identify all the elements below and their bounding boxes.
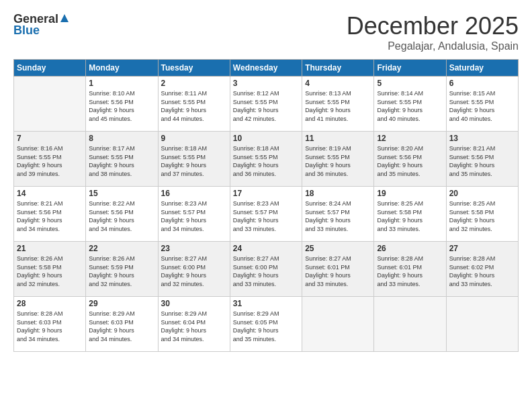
day-info: Sunrise: 8:29 AMSunset: 6:04 PMDaylight:…: [161, 310, 227, 343]
page: General Blue December 2025 Pegalajar, An…: [0, 0, 532, 411]
day-number: 10: [233, 134, 299, 143]
table-row: [446, 297, 518, 352]
table-row: 7Sunrise: 8:16 AMSunset: 5:55 PMDaylight…: [14, 132, 86, 187]
day-info: Sunrise: 8:27 AMSunset: 6:00 PMDaylight:…: [161, 255, 227, 288]
day-number: 26: [377, 244, 443, 253]
day-info: Sunrise: 8:21 AMSunset: 5:56 PMDaylight:…: [449, 144, 515, 178]
day-info: Sunrise: 8:16 AMSunset: 5:55 PMDaylight:…: [17, 144, 83, 178]
day-number: 31: [233, 299, 299, 308]
table-row: 8Sunrise: 8:17 AMSunset: 5:55 PMDaylight…: [86, 132, 158, 187]
day-info: Sunrise: 8:26 AMSunset: 5:58 PMDaylight:…: [17, 255, 83, 288]
day-info: Sunrise: 8:29 AMSunset: 6:03 PMDaylight:…: [89, 310, 154, 343]
table-row: 12Sunrise: 8:20 AMSunset: 5:56 PMDayligh…: [374, 132, 446, 187]
day-number: 2: [161, 79, 227, 88]
day-info: Sunrise: 8:27 AMSunset: 6:00 PMDaylight:…: [233, 255, 299, 288]
day-number: 20: [449, 189, 515, 198]
table-row: 14Sunrise: 8:21 AMSunset: 5:56 PMDayligh…: [14, 187, 86, 242]
table-row: 15Sunrise: 8:22 AMSunset: 5:56 PMDayligh…: [86, 187, 158, 242]
table-row: 5Sunrise: 8:14 AMSunset: 5:55 PMDaylight…: [374, 77, 446, 132]
day-info: Sunrise: 8:24 AMSunset: 5:57 PMDaylight:…: [305, 199, 371, 233]
col-friday: Friday: [374, 60, 446, 77]
day-info: Sunrise: 8:17 AMSunset: 5:55 PMDaylight:…: [89, 144, 154, 178]
table-row: 10Sunrise: 8:18 AMSunset: 5:55 PMDayligh…: [230, 132, 302, 187]
day-number: 15: [89, 189, 154, 198]
day-info: Sunrise: 8:20 AMSunset: 5:56 PMDaylight:…: [377, 144, 443, 178]
day-info: Sunrise: 8:28 AMSunset: 6:03 PMDaylight:…: [17, 310, 83, 343]
day-number: 16: [161, 189, 227, 198]
day-info: Sunrise: 8:11 AMSunset: 5:55 PMDaylight:…: [161, 89, 227, 123]
col-saturday: Saturday: [446, 60, 518, 77]
day-info: Sunrise: 8:23 AMSunset: 5:57 PMDaylight:…: [233, 199, 299, 233]
table-row: 4Sunrise: 8:13 AMSunset: 5:55 PMDaylight…: [302, 77, 374, 132]
day-info: Sunrise: 8:23 AMSunset: 5:57 PMDaylight:…: [161, 199, 227, 233]
day-info: Sunrise: 8:25 AMSunset: 5:58 PMDaylight:…: [377, 199, 443, 233]
day-info: Sunrise: 8:22 AMSunset: 5:56 PMDaylight:…: [89, 199, 154, 233]
table-row: 3Sunrise: 8:12 AMSunset: 5:55 PMDaylight…: [230, 77, 302, 132]
day-info: Sunrise: 8:29 AMSunset: 6:05 PMDaylight:…: [233, 310, 299, 343]
day-number: 27: [449, 244, 515, 253]
location-subtitle: Pegalajar, Andalusia, Spain: [347, 40, 519, 52]
day-number: 30: [161, 299, 227, 308]
col-wednesday: Wednesday: [230, 60, 302, 77]
table-row: 25Sunrise: 8:27 AMSunset: 6:01 PMDayligh…: [302, 242, 374, 297]
table-row: 31Sunrise: 8:29 AMSunset: 6:05 PMDayligh…: [230, 297, 302, 352]
col-monday: Monday: [86, 60, 158, 77]
day-number: 24: [233, 244, 299, 253]
day-info: Sunrise: 8:21 AMSunset: 5:56 PMDaylight:…: [17, 199, 83, 233]
day-number: 28: [17, 299, 83, 308]
table-row: 30Sunrise: 8:29 AMSunset: 6:04 PMDayligh…: [158, 297, 230, 352]
month-year-title: December 2025: [347, 12, 519, 40]
table-row: 24Sunrise: 8:27 AMSunset: 6:00 PMDayligh…: [230, 242, 302, 297]
day-info: Sunrise: 8:19 AMSunset: 5:55 PMDaylight:…: [305, 144, 371, 178]
day-info: Sunrise: 8:13 AMSunset: 5:55 PMDaylight:…: [305, 89, 371, 123]
day-number: 4: [305, 79, 371, 88]
col-tuesday: Tuesday: [158, 60, 230, 77]
day-number: 19: [377, 189, 443, 198]
col-sunday: Sunday: [14, 60, 86, 77]
table-row: 18Sunrise: 8:24 AMSunset: 5:57 PMDayligh…: [302, 187, 374, 242]
day-info: Sunrise: 8:25 AMSunset: 5:58 PMDaylight:…: [449, 199, 515, 233]
table-row: 11Sunrise: 8:19 AMSunset: 5:55 PMDayligh…: [302, 132, 374, 187]
calendar-header-row: Sunday Monday Tuesday Wednesday Thursday…: [14, 60, 519, 77]
day-number: 23: [161, 244, 227, 253]
title-block: December 2025 Pegalajar, Andalusia, Spai…: [347, 12, 519, 52]
day-info: Sunrise: 8:14 AMSunset: 5:55 PMDaylight:…: [377, 89, 443, 123]
table-row: 19Sunrise: 8:25 AMSunset: 5:58 PMDayligh…: [374, 187, 446, 242]
day-number: 17: [233, 189, 299, 198]
table-row: [14, 77, 86, 132]
calendar-week-row: 28Sunrise: 8:28 AMSunset: 6:03 PMDayligh…: [14, 297, 519, 352]
day-number: 8: [89, 134, 154, 143]
day-number: 9: [161, 134, 227, 143]
table-row: 13Sunrise: 8:21 AMSunset: 5:56 PMDayligh…: [446, 132, 518, 187]
day-number: 22: [89, 244, 154, 253]
table-row: 27Sunrise: 8:28 AMSunset: 6:02 PMDayligh…: [446, 242, 518, 297]
day-number: 29: [89, 299, 154, 308]
col-thursday: Thursday: [302, 60, 374, 77]
table-row: 20Sunrise: 8:25 AMSunset: 5:58 PMDayligh…: [446, 187, 518, 242]
day-info: Sunrise: 8:10 AMSunset: 5:56 PMDaylight:…: [89, 89, 154, 123]
day-number: 11: [305, 134, 371, 143]
table-row: 21Sunrise: 8:26 AMSunset: 5:58 PMDayligh…: [14, 242, 86, 297]
calendar-week-row: 1Sunrise: 8:10 AMSunset: 5:56 PMDaylight…: [14, 77, 519, 132]
day-number: 21: [17, 244, 83, 253]
table-row: 26Sunrise: 8:28 AMSunset: 6:01 PMDayligh…: [374, 242, 446, 297]
calendar-table: Sunday Monday Tuesday Wednesday Thursday…: [13, 59, 519, 352]
day-number: 25: [305, 244, 371, 253]
table-row: [302, 297, 374, 352]
day-number: 7: [17, 134, 83, 143]
day-info: Sunrise: 8:28 AMSunset: 6:02 PMDaylight:…: [449, 255, 515, 288]
table-row: 2Sunrise: 8:11 AMSunset: 5:55 PMDaylight…: [158, 77, 230, 132]
day-info: Sunrise: 8:27 AMSunset: 6:01 PMDaylight:…: [305, 255, 371, 288]
table-row: 22Sunrise: 8:26 AMSunset: 5:59 PMDayligh…: [86, 242, 158, 297]
table-row: 29Sunrise: 8:29 AMSunset: 6:03 PMDayligh…: [86, 297, 158, 352]
day-number: 18: [305, 189, 371, 198]
day-info: Sunrise: 8:26 AMSunset: 5:59 PMDaylight:…: [89, 255, 154, 288]
logo: General Blue: [13, 12, 69, 38]
svg-marker-0: [60, 14, 69, 22]
day-number: 5: [377, 79, 443, 88]
logo-blue-text: Blue: [13, 24, 40, 38]
day-number: 13: [449, 134, 515, 143]
day-info: Sunrise: 8:15 AMSunset: 5:55 PMDaylight:…: [449, 89, 515, 123]
day-info: Sunrise: 8:18 AMSunset: 5:55 PMDaylight:…: [161, 144, 227, 178]
table-row: 28Sunrise: 8:28 AMSunset: 6:03 PMDayligh…: [14, 297, 86, 352]
